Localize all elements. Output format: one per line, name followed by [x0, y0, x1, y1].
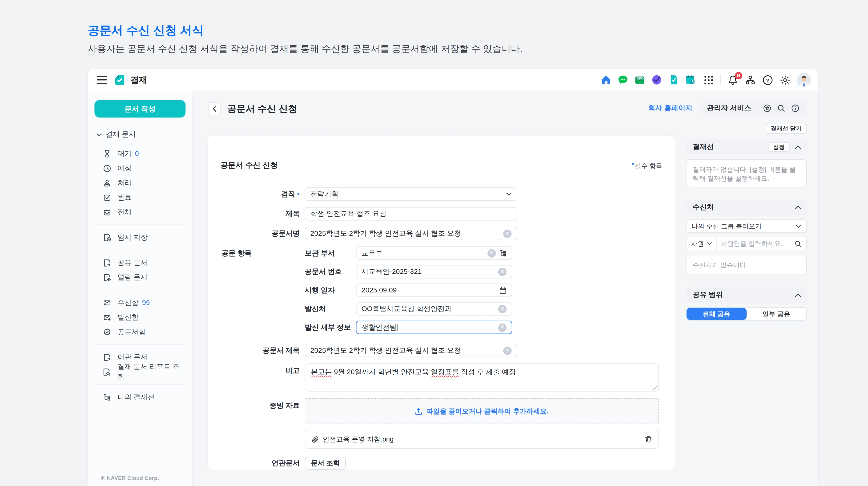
sidebar-item-inbox[interactable]: 수신함99	[94, 295, 185, 310]
sidebar-item-outbox[interactable]: 발신함	[94, 310, 185, 325]
sidebar-item-read-docs[interactable]: 열람 문서	[94, 270, 185, 285]
form-card: 공문서 수신 신청 •필수 항목 겸직 • 전략기획 제목	[207, 135, 675, 470]
collapse-chevron-up-icon[interactable]	[795, 293, 801, 297]
title-label: 제목	[220, 209, 305, 218]
notification-badge: N	[735, 72, 742, 79]
sidebar-item-scheduled[interactable]: 예정	[94, 161, 185, 175]
org-tree-picker-icon[interactable]	[499, 249, 506, 257]
badge-star-icon[interactable]	[763, 104, 772, 112]
back-button[interactable]	[208, 102, 221, 115]
calendar-clock-icon[interactable]	[685, 74, 696, 86]
help-icon[interactable]: ?	[762, 74, 773, 85]
doc-title-input[interactable]	[310, 346, 500, 354]
user-avatar[interactable]	[797, 73, 811, 87]
clear-icon[interactable]: ✕	[498, 305, 507, 313]
sender-detail-label: 발신 세부 정보	[305, 323, 356, 332]
mail-icon[interactable]	[634, 74, 646, 86]
sidebar-item-processing[interactable]: 처리	[94, 175, 185, 190]
clear-icon[interactable]: ✕	[488, 249, 496, 257]
app-grid-icon[interactable]	[704, 75, 714, 85]
doc-name-input[interactable]	[310, 230, 500, 237]
svg-text:?: ?	[766, 77, 769, 83]
sender-detail-field-focused[interactable]: 생활안전팀 ✕	[356, 321, 512, 334]
waiting-count: 0	[135, 150, 139, 157]
check-square-icon	[102, 193, 111, 202]
doc-share-icon	[102, 259, 111, 267]
sidebar-item-official-doc-box[interactable]: 공문서함	[94, 325, 185, 339]
official-items-group-label: 공문 항목	[220, 248, 305, 258]
sidebar-item-waiting[interactable]: 대기0	[94, 146, 185, 161]
share-all-option[interactable]: 전체 공유	[686, 308, 746, 320]
clear-icon[interactable]: ✕	[503, 346, 512, 355]
collapse-chevron-up-icon[interactable]	[795, 205, 801, 209]
close-approval-line-button[interactable]: 결재선 닫기	[766, 124, 807, 134]
sidebar-item-draft[interactable]: 임시 저장	[94, 230, 185, 245]
chevron-left-icon	[213, 106, 217, 112]
document-title: 공문서 수신 신청	[227, 103, 297, 115]
keep-dept-label: 보관 부서	[305, 248, 356, 258]
recipient-group-select[interactable]: 나의 수신 그룹 불러오기	[686, 219, 807, 233]
sidebar-item-all[interactable]: 전체	[94, 205, 185, 219]
clear-icon[interactable]: ✕	[498, 323, 507, 332]
company-homepage-link[interactable]: 회사 홈페이지	[648, 103, 692, 113]
copyright-footer: © NAVER Cloud Corp.	[101, 475, 159, 481]
search-icon[interactable]	[777, 104, 785, 112]
remarks-label: 비고	[220, 363, 305, 376]
textarea-resize-handle[interactable]	[653, 385, 657, 390]
related-docs-label: 연관문서	[220, 458, 305, 468]
settings-gear-icon[interactable]	[780, 74, 790, 85]
doc-number-input[interactable]	[362, 268, 495, 275]
chevron-down-icon	[796, 224, 801, 228]
page-subtitle: 사용자는 공문서 수신 신청 서식을 작성하여 결재를 통해 수신한 공문서를 …	[88, 43, 523, 55]
document-lookup-button[interactable]: 문서 조회	[305, 457, 346, 470]
approval-line-icon	[102, 393, 111, 401]
approval-line-settings-button[interactable]: 설정	[768, 142, 790, 152]
clear-icon[interactable]: ✕	[503, 229, 512, 238]
file-name[interactable]: 안전교육 운영 지침.png	[323, 434, 641, 444]
exec-date-label: 시행 일자	[305, 285, 356, 295]
approval-app-icon	[114, 74, 125, 86]
doc-clock-icon	[102, 233, 111, 242]
share-partial-option[interactable]: 일부 공유	[746, 308, 806, 320]
doc-number-label: 공문서 번호	[305, 267, 356, 277]
sender-label: 발신처	[305, 304, 356, 314]
sender-input[interactable]	[362, 305, 495, 313]
approval-line-section-header: 결재선 설정	[686, 140, 807, 154]
sidebar-item-completed[interactable]: 완료	[94, 190, 185, 205]
notifications-bell-icon[interactable]: N	[727, 74, 738, 85]
clear-icon[interactable]: ✕	[498, 268, 507, 276]
task-doc-icon[interactable]	[668, 74, 679, 86]
mail-out-icon	[102, 313, 111, 322]
works-check-icon[interactable]	[651, 74, 662, 86]
chevron-down-icon	[506, 192, 512, 196]
attached-file-row: 안전교육 운영 지침.png	[305, 430, 659, 449]
position-label: 겸직 •	[220, 189, 305, 199]
sidebar-item-shared-docs[interactable]: 공유 문서	[94, 255, 185, 270]
calendar-icon[interactable]	[499, 286, 506, 294]
app-name: 결재	[130, 74, 147, 85]
collapse-chevron-up-icon[interactable]	[795, 145, 801, 149]
stamp-icon	[102, 179, 111, 187]
recipient-search-input[interactable]	[717, 240, 795, 247]
position-select[interactable]: 전략기획	[305, 187, 517, 201]
org-chart-icon[interactable]	[745, 74, 755, 85]
sidebar-group-approval-docs[interactable]: 결재 문서	[97, 130, 185, 140]
info-icon[interactable]	[791, 104, 800, 112]
recipient-type-select[interactable]: 사원	[686, 239, 716, 248]
keep-dept-input[interactable]	[362, 249, 484, 257]
file-dropzone[interactable]: 파일을 끌어오거나 클릭하여 추가하세요.	[305, 398, 659, 424]
delete-file-trash-icon[interactable]	[644, 435, 652, 443]
menu-hamburger-icon[interactable]	[97, 76, 107, 84]
search-icon[interactable]	[794, 240, 806, 247]
exec-date-input[interactable]	[362, 286, 496, 294]
home-icon[interactable]	[600, 74, 612, 86]
compose-document-button[interactable]: 문서 작성	[94, 100, 185, 118]
title-input[interactable]	[310, 210, 512, 218]
sidebar-item-my-approval-line[interactable]: 나의 결재선	[94, 390, 185, 404]
messenger-icon[interactable]	[617, 74, 629, 86]
admin-service-link[interactable]: 관리자 서비스	[707, 103, 751, 113]
recipient-search-row: 사원	[686, 237, 807, 250]
chevron-down-icon	[707, 242, 712, 245]
sidebar-item-report-lookup[interactable]: 결재 문서 리포트 조회	[94, 365, 185, 379]
remarks-textarea[interactable]: 본교는 9월 20일까지 학년별 안전교육 일정표를 작성 후 제출 예정	[305, 363, 659, 391]
